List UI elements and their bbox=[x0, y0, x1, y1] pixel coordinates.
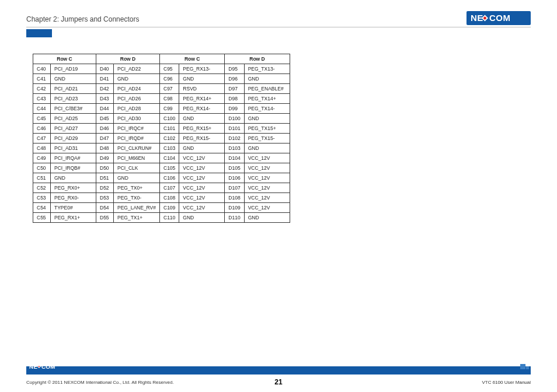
pin-id: C101 bbox=[160, 124, 179, 134]
pin-id: C103 bbox=[160, 144, 179, 153]
signal-name: PEG_RX15- bbox=[179, 134, 225, 144]
pin-id: D54 bbox=[96, 203, 114, 213]
signal-name: PCI_AD24 bbox=[114, 84, 160, 94]
signal-name: PCI_IRQA# bbox=[51, 153, 96, 163]
signal-name: PCI_AD26 bbox=[114, 94, 160, 104]
svg-rect-10 bbox=[526, 366, 529, 369]
table-row: C44PCI_C/BE3#D44PCI_AD28C99PEG_RX14-D99P… bbox=[33, 104, 290, 114]
signal-name: VCC_12V bbox=[244, 203, 290, 213]
pin-id: C105 bbox=[160, 163, 179, 173]
pin-id: D104 bbox=[225, 153, 244, 163]
signal-name: VCC_12V bbox=[244, 153, 290, 163]
signal-name: PCI_M66EN bbox=[114, 153, 160, 163]
pin-id: C102 bbox=[160, 134, 179, 144]
signal-name: VCC_12V bbox=[244, 183, 290, 193]
pin-id: D52 bbox=[96, 183, 114, 193]
table-row: C47PCI_AD29D47PCI_IRQD#C102PEG_RX15-D102… bbox=[33, 134, 290, 144]
signal-name: VCC_12V bbox=[244, 193, 290, 203]
signal-name: PCI_AD22 bbox=[114, 64, 160, 74]
pin-id: C55 bbox=[33, 213, 51, 223]
pin-id: D41 bbox=[96, 74, 114, 84]
table-row: C46PCI_AD27D46PCI_IRQC#C101PEG_RX15+D101… bbox=[33, 124, 290, 134]
signal-name: PEG_RX14+ bbox=[179, 94, 225, 104]
signal-name: VCC_12V bbox=[179, 193, 225, 203]
signal-name: PCI_AD19 bbox=[51, 64, 96, 74]
pin-id: D110 bbox=[225, 213, 244, 223]
signal-name: GND bbox=[179, 114, 225, 124]
signal-name: PCI_AD31 bbox=[51, 144, 96, 153]
signal-name: VCC_12V bbox=[179, 153, 225, 163]
signal-name: PEG_TX15+ bbox=[244, 124, 290, 134]
signal-name: GND bbox=[114, 74, 160, 84]
col-header: Row D bbox=[96, 54, 160, 64]
pin-id: C44 bbox=[33, 104, 51, 114]
signal-name: TYPE0# bbox=[51, 203, 96, 213]
pin-id: C45 bbox=[33, 114, 51, 124]
table-row: C42PCI_AD21D42PCI_AD24C97RSVDD97PEG_ENAB… bbox=[33, 84, 290, 94]
table-row: C41GNDD41GNDC96GNDD96GND bbox=[33, 74, 290, 84]
signal-name: GND bbox=[244, 114, 290, 124]
pin-id: C46 bbox=[33, 124, 51, 134]
pin-id: C99 bbox=[160, 104, 179, 114]
signal-name: PCI_AD30 bbox=[114, 114, 160, 124]
signal-name: PEG_LANE_RV# bbox=[114, 203, 160, 213]
pin-id: D43 bbox=[96, 94, 114, 104]
col-header: Row D bbox=[225, 54, 290, 64]
table-row: C49PCI_IRQA#D49PCI_M66ENC104VCC_12VD104V… bbox=[33, 153, 290, 163]
table-row: C50PCI_IRQB#D50PCI_CLKC105VCC_12VD105VCC… bbox=[33, 163, 290, 173]
pin-id: C110 bbox=[160, 213, 179, 223]
signal-name: PEG_TX13- bbox=[244, 64, 290, 74]
table-row: C43PCI_AD23D43PCI_AD26C98PEG_RX14+D98PEG… bbox=[33, 94, 290, 104]
nexcom-logo-icon: NE COM bbox=[467, 10, 531, 26]
signal-name: PCI_CLK bbox=[114, 163, 160, 173]
pin-id: C95 bbox=[160, 64, 179, 74]
pin-id: D107 bbox=[225, 183, 244, 193]
pin-id: D97 bbox=[225, 84, 244, 94]
signal-name: PCI_AD21 bbox=[51, 84, 96, 94]
footer-bar bbox=[26, 366, 531, 374]
signal-name: VCC_12V bbox=[179, 203, 225, 213]
signal-name: GND bbox=[244, 144, 290, 153]
pin-id: D99 bbox=[225, 104, 244, 114]
pin-id: D105 bbox=[225, 163, 244, 173]
pin-table-body: C40PCI_AD19D40PCI_AD22C95PEG_RX13-D95PEG… bbox=[33, 64, 290, 223]
pin-id: D49 bbox=[96, 153, 114, 163]
signal-name: PCI_IRQB# bbox=[51, 163, 96, 173]
signal-name: GND bbox=[179, 144, 225, 153]
pin-id: D100 bbox=[225, 114, 244, 124]
brand-logo: NE COM bbox=[467, 10, 531, 28]
table-row: C53PEG_RX0-D53PEG_TX0-C108VCC_12VD108VCC… bbox=[33, 193, 290, 203]
svg-text:COM: COM bbox=[489, 13, 511, 23]
signal-name: VCC_12V bbox=[244, 163, 290, 173]
signal-name: PEG_RX13- bbox=[179, 64, 225, 74]
pin-id: D53 bbox=[96, 193, 114, 203]
signal-name: PCI_AD29 bbox=[51, 134, 96, 144]
pin-id: D48 bbox=[96, 144, 114, 153]
pin-id: C42 bbox=[33, 84, 51, 94]
signal-name: RSVD bbox=[179, 84, 225, 94]
pin-id: C54 bbox=[33, 203, 51, 213]
pin-table-wrap: Row C Row D Row C Row D C40PCI_AD19D40PC… bbox=[33, 54, 290, 223]
pin-id: C104 bbox=[160, 153, 179, 163]
svg-rect-9 bbox=[520, 364, 525, 369]
chapter-title: Chapter 2: Jumpers and Connectors bbox=[26, 15, 139, 23]
col-header: Row C bbox=[33, 54, 96, 64]
signal-name: PCI_AD25 bbox=[51, 114, 96, 124]
signal-name: PEG_RX0- bbox=[51, 193, 96, 203]
pin-id: D45 bbox=[96, 114, 114, 124]
pin-id: D98 bbox=[225, 94, 244, 104]
pin-id: C100 bbox=[160, 114, 179, 124]
footer-brand-logo: NE COM bbox=[29, 363, 67, 373]
footer-decoration-icon bbox=[520, 364, 531, 374]
svg-text:NE: NE bbox=[471, 13, 483, 23]
pin-id: C52 bbox=[33, 183, 51, 193]
signal-name: GND bbox=[114, 173, 160, 183]
pin-id: C41 bbox=[33, 74, 51, 84]
blue-corner-tab bbox=[26, 29, 52, 37]
pin-id: C50 bbox=[33, 163, 51, 173]
pin-id: C51 bbox=[33, 173, 51, 183]
signal-name: PEG_RX0+ bbox=[51, 183, 96, 193]
signal-name: VCC_12V bbox=[179, 163, 225, 173]
pin-id: D108 bbox=[225, 193, 244, 203]
pin-id: D102 bbox=[225, 134, 244, 144]
